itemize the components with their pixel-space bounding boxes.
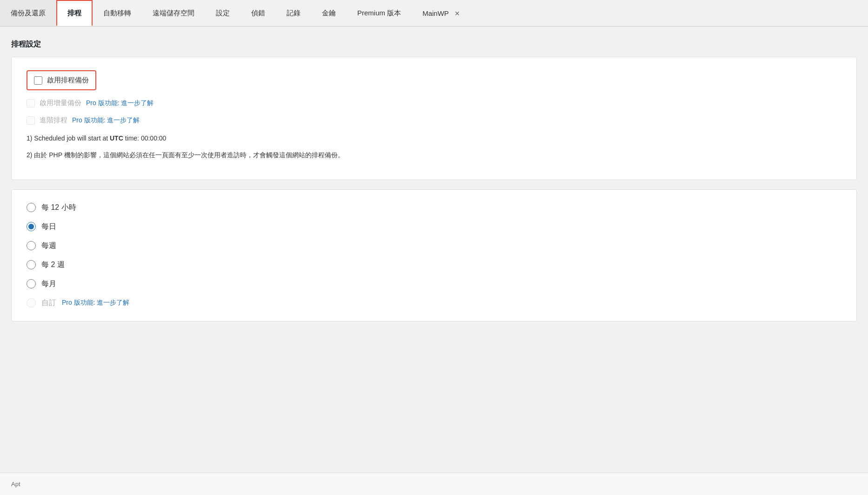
tab-schedule[interactable]: 排程 — [56, 0, 93, 26]
radio-every2weeks[interactable] — [27, 260, 36, 269]
advanced-schedule-row: 進階排程 Pro 版功能: 進一步了解 — [27, 116, 841, 125]
page-content: 排程設定 啟用排程備份 啟用增量備份 Pro 版功能: 進一步了解 進階排程 P… — [0, 27, 868, 495]
radio-everyweek[interactable] — [27, 241, 36, 250]
radio-everyweek-label[interactable]: 每週 — [41, 241, 56, 251]
enable-incremental-pro-link[interactable]: Pro 版功能: 進一步了解 — [86, 99, 154, 107]
advanced-schedule-checkbox[interactable] — [27, 116, 35, 125]
enable-backup-label[interactable]: 啟用排程備份 — [47, 76, 89, 85]
info-text-2: 2) 由於 PHP 機制的影響，這個網站必須在任一頁面有至少一次使用者造訪時，才… — [27, 150, 841, 161]
bottom-bar: Apt — [0, 473, 868, 495]
radio-everymonth-label[interactable]: 每月 — [41, 279, 56, 289]
advanced-schedule-pro-link[interactable]: Pro 版功能: 進一步了解 — [72, 116, 140, 125]
tab-settings[interactable]: 設定 — [205, 0, 240, 26]
custom-pro-link[interactable]: Pro 版功能: 進一步了解 — [62, 299, 129, 307]
enable-incremental-label: 啟用增量備份 — [40, 99, 81, 107]
radio-every12-row: 每 12 小時 — [27, 203, 841, 213]
tab-debug[interactable]: 偵錯 — [240, 0, 276, 26]
radio-everyday[interactable] — [27, 222, 36, 231]
radio-custom-label: 自訂 — [41, 298, 56, 308]
radio-custom-row: 自訂 Pro 版功能: 進一步了解 — [27, 298, 841, 308]
frequency-card: 每 12 小時 每日 每週 每 2 週 每月 自訂 Pro 版功能: 進一步了解 — [11, 189, 857, 321]
radio-everymonth-row: 每月 — [27, 279, 841, 289]
tab-key[interactable]: 金鑰 — [311, 0, 347, 26]
enable-backup-row: 啟用排程備份 — [27, 70, 96, 90]
close-icon[interactable]: ✕ — [454, 10, 460, 17]
radio-every2weeks-label[interactable]: 每 2 週 — [41, 260, 65, 270]
bottom-bar-text: Apt — [11, 481, 20, 488]
tab-backup-restore[interactable]: 備份及還原 — [0, 0, 56, 26]
radio-every2weeks-row: 每 2 週 — [27, 260, 841, 270]
radio-everyweek-row: 每週 — [27, 241, 841, 251]
schedule-settings-card: 啟用排程備份 啟用增量備份 Pro 版功能: 進一步了解 進階排程 Pro 版功… — [11, 57, 857, 180]
radio-custom[interactable] — [27, 298, 36, 308]
radio-everyday-row: 每日 — [27, 222, 841, 232]
radio-every12-label[interactable]: 每 12 小時 — [41, 203, 76, 213]
tab-logs[interactable]: 記錄 — [276, 0, 311, 26]
radio-everymonth[interactable] — [27, 279, 36, 288]
enable-backup-checkbox[interactable] — [34, 76, 42, 85]
enable-incremental-checkbox[interactable] — [27, 99, 35, 107]
tab-remote-storage[interactable]: 遠端儲存空間 — [142, 0, 205, 26]
tab-auto-transfer[interactable]: 自動移轉 — [93, 0, 142, 26]
enable-incremental-row: 啟用增量備份 Pro 版功能: 進一步了解 — [27, 99, 841, 107]
tab-mainwp[interactable]: MainWP ✕ — [412, 0, 471, 26]
radio-everyday-label[interactable]: 每日 — [41, 222, 56, 232]
tab-premium[interactable]: Premium 版本 — [347, 0, 412, 26]
advanced-schedule-label: 進階排程 — [40, 116, 67, 125]
section-label: 排程設定 — [11, 40, 857, 49]
radio-every12[interactable] — [27, 203, 36, 212]
info-text-1: 1) Scheduled job will start at UTC time:… — [27, 133, 841, 144]
tab-bar: 備份及還原 排程 自動移轉 遠端儲存空間 設定 偵錯 記錄 金鑰 Premium… — [0, 0, 868, 27]
